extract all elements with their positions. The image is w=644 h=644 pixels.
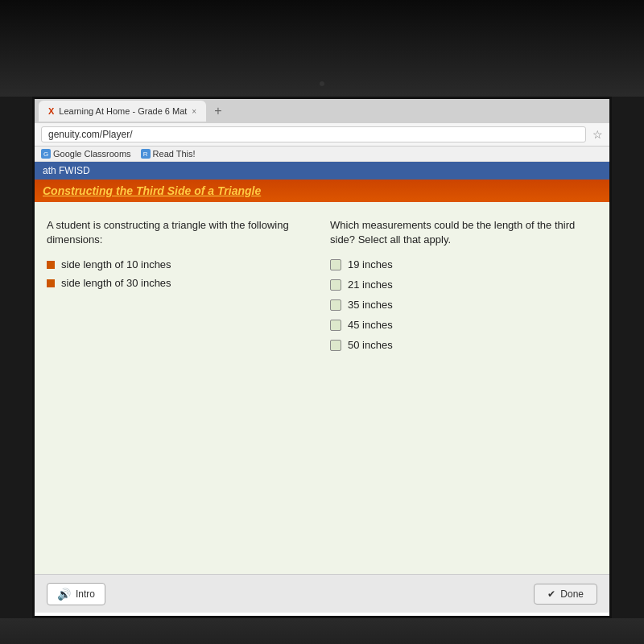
tab-close-icon[interactable]: ×	[192, 107, 196, 116]
bookmark-read-icon: R	[141, 149, 151, 159]
bookmark-google-icon: G	[41, 149, 51, 159]
bottom-bar: 🔊 Intro ✔ Done	[35, 574, 609, 613]
site-header-label: ath FWISD	[43, 165, 90, 176]
left-panel: A student is constructing a triangle wit…	[47, 218, 314, 351]
option-35-label: 35 inches	[348, 299, 393, 311]
bookmark-star-icon[interactable]: ☆	[592, 128, 603, 141]
dimension-label-1: side length of 10 inches	[61, 258, 171, 270]
bookmark-read-label: Read This!	[153, 149, 196, 159]
dimension-item-2: side length of 30 inches	[47, 277, 314, 289]
bookmarks-bar: G Google Classrooms R Read This!	[35, 147, 609, 162]
page-title-bar: Constructing the Third Side of a Triangl…	[35, 180, 609, 202]
option-21-label: 21 inches	[348, 279, 393, 291]
site-header: ath FWISD	[35, 162, 609, 180]
tab-bar: X Learning At Home - Grade 6 Mat × +	[35, 99, 609, 123]
option-35-inches[interactable]: 35 inches	[330, 299, 597, 311]
option-50-inches[interactable]: 50 inches	[330, 339, 597, 351]
browser-tab[interactable]: X Learning At Home - Grade 6 Mat ×	[39, 101, 206, 122]
checkbox-19[interactable]	[330, 259, 341, 270]
checkbox-45[interactable]	[330, 320, 341, 331]
question-area: A student is constructing a triangle wit…	[35, 202, 609, 367]
option-21-inches[interactable]: 21 inches	[330, 279, 597, 291]
question-text: Which measurements could be the length o…	[330, 218, 597, 247]
option-45-label: 45 inches	[348, 319, 393, 331]
bookmark-google-label: Google Classrooms	[53, 149, 131, 159]
bookmark-google-classrooms[interactable]: G Google Classrooms	[41, 149, 131, 159]
speaker-icon: 🔊	[57, 588, 71, 601]
bookmark-read-this[interactable]: R Read This!	[141, 149, 196, 159]
option-19-label: 19 inches	[348, 258, 393, 270]
bezel-bottom	[0, 618, 644, 644]
intro-text: A student is constructing a triangle wit…	[47, 218, 314, 247]
option-50-label: 50 inches	[348, 339, 393, 351]
laptop-screen: X Learning At Home - Grade 6 Mat × + gen…	[32, 97, 612, 618]
checkbox-35[interactable]	[330, 299, 341, 311]
intro-button[interactable]: 🔊 Intro	[47, 583, 105, 605]
camera-dot	[320, 81, 324, 86]
option-19-inches[interactable]: 19 inches	[330, 258, 597, 270]
page-title-text: Constructing the Third Side of a Triangl…	[43, 184, 261, 197]
bullet-icon-1	[47, 261, 55, 269]
right-panel: Which measurements could be the length o…	[330, 218, 597, 351]
checkbox-50[interactable]	[330, 340, 341, 351]
intro-button-label: Intro	[76, 588, 95, 600]
address-input[interactable]: genuity.com/Player/	[41, 126, 586, 142]
tab-favicon: X	[48, 106, 54, 116]
tab-label: Learning At Home - Grade 6 Mat	[59, 106, 187, 116]
check-icon: ✔	[547, 588, 555, 600]
address-bar: genuity.com/Player/ ☆	[35, 123, 609, 147]
done-button-label: Done	[560, 588, 584, 600]
bullet-icon-2	[47, 279, 55, 287]
done-button[interactable]: ✔ Done	[534, 584, 597, 605]
checkbox-group: 19 inches 21 inches 35 inches 45 inches	[330, 258, 597, 351]
dimension-label-2: side length of 30 inches	[61, 277, 171, 289]
new-tab-button[interactable]: +	[208, 104, 228, 118]
content-area: Constructing the Third Side of a Triangl…	[35, 180, 609, 574]
checkbox-21[interactable]	[330, 279, 341, 291]
option-45-inches[interactable]: 45 inches	[330, 319, 597, 331]
dimension-item-1: side length of 10 inches	[47, 258, 314, 270]
